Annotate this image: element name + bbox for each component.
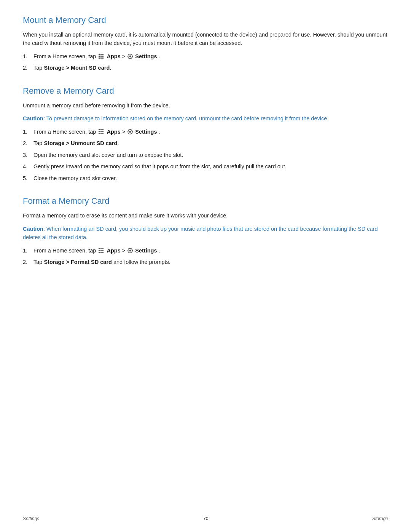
remove-intro: Unmount a memory card before removing it… [23,101,388,110]
page: Mount a Memory Card When you install an … [0,0,411,532]
mount-step-2-bold: Storage > Mount SD card [44,65,110,71]
svg-rect-26 [100,133,102,134]
svg-rect-41 [99,250,100,251]
remove-step-1-settings-label: Settings [135,129,157,135]
format-step-1-num: 1. [23,246,33,255]
svg-rect-8 [102,58,104,59]
remove-caution-label: Caution [23,115,43,121]
remove-step-1-content: From a Home screen, tap Apps > [33,128,388,136]
footer-right: Storage [372,516,388,521]
remove-step-2-num: 2. [23,139,33,147]
remove-caution-body: : To prevent damage to information store… [43,115,328,121]
svg-rect-25 [99,133,100,134]
format-step-1-content: From a Home screen, tap Apps > [33,246,388,255]
mount-title: Mount a Memory Card [23,15,388,25]
format-caution-body: : When formatting an SD card, you should… [23,226,378,240]
svg-rect-5 [102,56,104,57]
mount-step-2-content: Tap Storage > Mount SD card. [33,64,388,72]
svg-rect-42 [100,250,102,251]
mount-step-1-content: From a Home screen, tap Apps > [33,52,388,61]
remove-step-1-num: 1. [23,128,33,136]
svg-rect-21 [102,129,104,130]
settings-icon-2 [127,129,133,135]
mount-section: Mount a Memory Card When you install an … [23,15,388,72]
remove-step-3-content: Open the memory card slot cover and turn… [33,151,388,159]
remove-step-5: 5. Close the memory card slot cover. [23,174,388,182]
remove-step-4-num: 4. [23,162,33,171]
settings-icon-1 [127,53,133,59]
remove-step-2-bold: Storage > Unmount SD card [44,140,117,146]
format-step-2-num: 2. [23,258,33,266]
remove-section: Remove a Memory Card Unmount a memory ca… [23,86,388,182]
apps-icon-3 [98,248,104,254]
remove-step-5-content: Close the memory card slot cover. [33,174,388,182]
svg-rect-2 [102,54,104,55]
remove-step-1-apps-label: Apps [107,129,120,135]
remove-step-1: 1. From a Home screen, tap [23,128,388,136]
footer-page: 70 [203,516,208,521]
svg-rect-44 [99,252,100,253]
footer: Settings 70 Storage [0,516,411,521]
svg-point-10 [129,56,131,58]
mount-step-1-apps-label: Apps [107,53,120,59]
svg-rect-22 [99,131,100,132]
mount-step-1-settings-label: Settings [135,53,157,59]
svg-rect-38 [99,248,100,249]
remove-step-2-content: Tap Storage > Unmount SD card. [33,139,388,147]
svg-point-48 [129,249,131,251]
svg-rect-4 [100,56,102,57]
svg-rect-3 [99,56,100,57]
remove-step-4: 4. Gently press inward on the memory car… [23,162,388,171]
mount-intro: When you install an optional memory card… [23,30,388,48]
svg-rect-39 [100,248,102,249]
format-step-2-bold: Storage > Format SD card [44,259,112,265]
remove-caution: Caution: To prevent damage to informatio… [23,114,388,123]
remove-step-2: 2. Tap Storage > Unmount SD card. [23,139,388,147]
svg-rect-1 [100,54,102,55]
remove-step-3-num: 3. [23,151,33,159]
svg-rect-45 [100,252,102,253]
footer-left: Settings [23,516,39,521]
svg-rect-24 [102,131,104,132]
format-step-1: 1. From a Home screen, tap [23,246,388,255]
svg-rect-6 [99,58,100,59]
remove-step-5-num: 5. [23,174,33,182]
svg-rect-19 [99,129,100,130]
svg-rect-23 [100,131,102,132]
settings-icon-3 [127,248,133,254]
mount-step-1-num: 1. [23,52,33,61]
format-title: Format a Memory Card [23,196,388,206]
svg-rect-7 [100,58,102,59]
svg-point-29 [129,131,131,133]
svg-rect-0 [99,54,100,55]
svg-rect-20 [100,129,102,130]
apps-icon-2 [98,129,104,135]
svg-rect-43 [102,250,104,251]
apps-icon [98,53,104,59]
format-step-2-content: Tap Storage > Format SD card and follow … [33,258,388,266]
remove-step-4-content: Gently press inward on the memory card s… [33,162,388,171]
svg-rect-40 [102,248,104,249]
remove-title: Remove a Memory Card [23,86,388,96]
format-section: Format a Memory Card Format a memory car… [23,196,388,266]
format-intro: Format a memory card to erase its conten… [23,211,388,220]
svg-rect-46 [102,252,104,253]
remove-step-3: 3. Open the memory card slot cover and t… [23,151,388,159]
svg-rect-27 [102,133,104,134]
format-caution-label: Caution [23,226,43,232]
mount-step-2: 2. Tap Storage > Mount SD card. [23,64,388,72]
format-step-2: 2. Tap Storage > Format SD card and foll… [23,258,388,266]
format-caution: Caution: When formatting an SD card, you… [23,225,388,242]
mount-step-2-num: 2. [23,64,33,72]
format-step-1-settings-label: Settings [135,248,157,254]
format-step-1-apps-label: Apps [107,248,120,254]
mount-step-1: 1. From a Home screen, tap [23,52,388,61]
